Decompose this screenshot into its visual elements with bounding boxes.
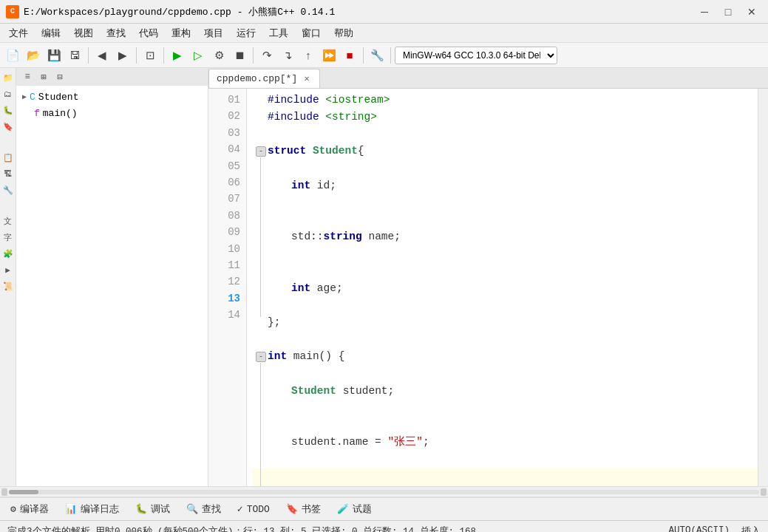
stop-compile-button[interactable]: ⏹ [230,46,249,65]
step-over-button[interactable]: ↷ [257,46,276,65]
title-bar: C E:/Workspaces/playground/cppdemo.cpp -… [0,0,768,24]
sidebar-plugin-icon[interactable]: 🧩 [1,247,15,260]
bottom-tab-search[interactable]: 🔍 查找 [179,499,228,519]
sidebar-debug-icon[interactable]: 🐛 [1,103,15,117]
bottom-tab-compiler[interactable]: ⚙ 编译器 [3,499,56,519]
line-num-14: 14 [208,307,240,323]
h-scroll-right[interactable] [761,488,767,496]
sidebar-run-icon[interactable]: ▶ [1,263,15,276]
menu-tools[interactable]: 工具 [263,25,294,41]
copy-path-button[interactable]: ⊡ [140,46,160,65]
save-all-button[interactable]: 🖫 [65,46,84,65]
menu-file[interactable]: 文件 [3,25,34,41]
menu-help[interactable]: 帮助 [328,25,359,41]
code-line-10: - int main() { [253,348,758,365]
tab-bar: cppdemo.cpp[*] ✕ [208,68,768,89]
open-file-button[interactable]: 📂 [24,46,43,65]
sep5 [363,47,364,64]
h-scroll-track[interactable] [9,490,759,494]
menu-view[interactable]: 视图 [68,25,99,41]
menu-edit[interactable]: 编辑 [35,25,67,41]
code-line-3 [253,126,758,143]
menu-bar: 文件 编辑 视图 查找 代码 重构 项目 运行 工具 窗口 帮助 [0,24,768,43]
fold-marker-4[interactable]: - [256,146,266,157]
debug-button[interactable]: ⚙ [209,46,228,65]
sidebar-script-icon[interactable]: 📜 [1,279,15,293]
bottom-tab-exercise[interactable]: 🧪 试题 [330,499,379,519]
status-insert-mode: 插入 [741,525,761,532]
compile-run-button[interactable]: ▶ [168,46,187,65]
kw-include-1: #include [268,92,319,109]
maximize-button[interactable]: □ [718,4,738,20]
bottom-tabs: ⚙ 编译器 📊 编译日志 🐛 调试 🔍 查找 ✓ TODO 🔖 书签 🧪 试题 [0,497,768,520]
menu-search[interactable]: 查找 [101,25,132,41]
bottom-tab-bookmark[interactable]: 🔖 书签 [279,499,328,519]
minimize-button[interactable]: ─ [694,4,715,20]
bottom-tab-todo-label: TODO [247,504,270,515]
tree-btn-3[interactable]: ⊟ [53,70,67,83]
bottom-tab-compile-log[interactable]: 📊 编译日志 [58,499,126,519]
new-file-button[interactable]: 📄 [3,46,22,65]
continue-button[interactable]: ⏩ [319,46,339,65]
window-controls: ─ □ ✕ [694,4,762,20]
sep1 [88,47,89,64]
code-content[interactable]: #include <iostream> #include <string> - … [247,89,758,486]
app-icon: C [6,5,19,18]
sidebar-code-icon[interactable]: 📋 [1,151,15,164]
code-line-2: #include <string> [253,109,758,126]
expand-arrow-student: ▶ [22,92,27,101]
line-num-3: 03 [208,125,240,141]
sidebar-translate-icon[interactable]: 文 [1,214,15,228]
menu-window[interactable]: 窗口 [296,25,327,41]
run-button[interactable]: ▷ [188,46,208,65]
bottom-tab-debug[interactable]: 🐛 调试 [128,499,177,519]
tab-close-cppdemo[interactable]: ✕ [302,74,312,84]
save-button[interactable]: 💾 [44,46,64,65]
search-icon: 🔍 [186,503,198,515]
compiler-icon: ⚙ [10,503,16,515]
bottom-tab-search-label: 查找 [202,502,221,516]
bottom-tab-compile-log-label: 编译日志 [81,502,119,516]
code-editor[interactable]: 01 02 03 04 05 06 07 08 09 10 11 12 13 1… [208,89,768,486]
stop-debug-button[interactable]: ■ [340,46,359,65]
title-text: E:/Workspaces/playground/cppdemo.cpp - 小… [24,5,335,18]
editor-scrollbar[interactable] [758,89,768,486]
sidebar-struct-icon[interactable]: 🏗 [1,167,15,180]
sidebar-tool-icon[interactable]: 🔧 [1,183,15,197]
menu-project[interactable]: 项目 [198,25,229,41]
sidebar-class-icon[interactable]: 🗂 [1,87,15,100]
step-into-button[interactable]: ↴ [278,46,297,65]
left-sidebar-icons: 📁 🗂 🐛 🔖 📋 🏗 🔧 文 字 🧩 ▶ 📜 [0,68,16,486]
back-button[interactable]: ◀ [92,46,112,65]
step-out-button[interactable]: ↑ [299,46,318,65]
tree-btn-1[interactable]: ≡ [21,70,34,83]
menu-run[interactable]: 运行 [231,25,262,41]
line-num-7: 07 [208,191,240,207]
file-tree-panel: ≡ ⊞ ⊟ ▶ C Student f main() [16,68,208,486]
debug-icon: 🐛 [135,503,147,515]
menu-code[interactable]: 代码 [133,25,164,41]
editor-tab-cppdemo[interactable]: cppdemo.cpp[*] ✕ [208,69,320,88]
tools-button[interactable]: 🔧 [367,46,387,65]
h-scroll-left[interactable] [1,488,7,496]
tree-item-student[interactable]: ▶ C Student [16,89,208,105]
sidebar-lang-icon[interactable]: 字 [1,231,15,244]
file-tree-content: ▶ C Student f main() [16,86,208,124]
bottom-tab-todo[interactable]: ✓ TODO [230,499,277,519]
menu-refactor[interactable]: 重构 [166,25,197,41]
line-num-9: 09 [208,224,240,240]
compile-log-icon: 📊 [65,503,77,515]
sidebar-bookmark-icon[interactable]: 🔖 [1,120,15,133]
sidebar-files-icon[interactable]: 📁 [1,71,15,84]
fold-marker-10[interactable]: - [256,352,266,362]
close-button[interactable]: ✕ [741,4,762,20]
tree-label-main: main() [43,108,78,119]
h-scroll-thumb[interactable] [9,490,38,494]
line-num-5: 05 [208,158,240,174]
code-line-9 [253,331,758,348]
code-line-7: int age; [253,263,758,315]
build-config-select[interactable]: MinGW-w64 GCC 10.3.0 64-bit Debug [395,47,557,64]
tree-btn-2[interactable]: ⊞ [37,70,50,83]
tree-item-main[interactable]: f main() [16,105,208,121]
forward-button[interactable]: ▶ [113,46,132,65]
